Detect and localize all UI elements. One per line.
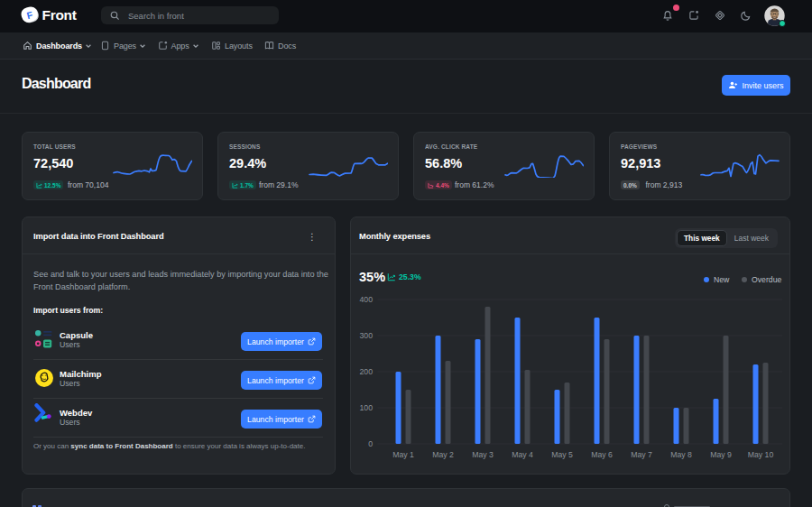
svg-text:200: 200 — [360, 367, 374, 376]
svg-text:May 2: May 2 — [432, 450, 454, 459]
svg-text:May 9: May 9 — [710, 450, 732, 459]
svg-text:May 1: May 1 — [392, 450, 414, 459]
svg-text:May 10: May 10 — [748, 450, 774, 459]
svg-text:400: 400 — [360, 295, 374, 304]
svg-text:0: 0 — [368, 439, 373, 448]
svg-text:May 5: May 5 — [551, 450, 573, 459]
svg-text:100: 100 — [360, 403, 374, 412]
svg-text:May 4: May 4 — [512, 450, 533, 459]
svg-text:May 3: May 3 — [472, 450, 494, 459]
svg-text:May 6: May 6 — [591, 450, 613, 459]
svg-text:May 7: May 7 — [631, 450, 652, 459]
svg-text:300: 300 — [360, 331, 374, 340]
svg-text:May 8: May 8 — [670, 450, 692, 459]
